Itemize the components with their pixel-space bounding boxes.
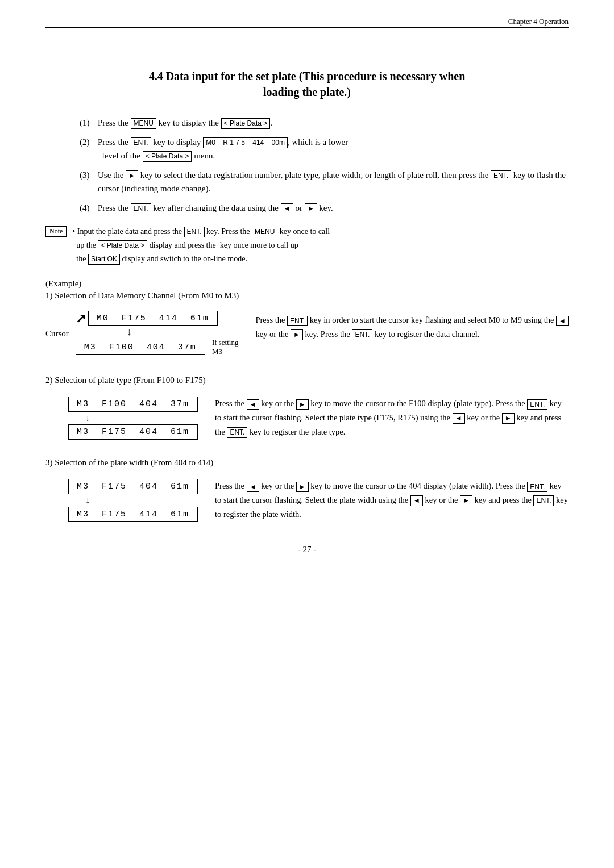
section2-diagram: M3 F100 404 37m ↓ M3 F175 404 61m [45, 394, 198, 440]
step-2: (2) Press the ENT. key to display M0 R 1… [80, 135, 569, 162]
step-2-content: Press the ENT. key to display M0 R 1 7 5… [98, 135, 569, 162]
note-label: Note [45, 226, 67, 237]
left-key-s4: ◄ [281, 203, 293, 214]
plate-data-note: < Plate Data > [98, 240, 147, 251]
plate-data-key: < Plate Data > [221, 118, 271, 129]
right-key-s2a: ► [296, 399, 309, 410]
display-top-s2: M3 F100 404 37m [68, 397, 198, 412]
left-key-s2b: ◄ [453, 413, 465, 424]
section1-heading: 1) Selection of Data Memory Channel (Fro… [45, 291, 569, 301]
diagonal-arrow: ↗ [76, 312, 86, 325]
display-s2: M0 R 1 7 5 414 00m [203, 137, 288, 148]
down-arrow-s1: ↓ [127, 326, 239, 338]
section1-diagram: Cursor ↗ M0 F175 414 61m ↓ M3 F100 404 3… [45, 311, 238, 357]
display-top-s1: M0 F175 414 61m [88, 311, 218, 326]
footer: - 27 - [45, 545, 569, 554]
ent-key-desc1b: ENT. [352, 329, 372, 340]
step-3-content: Use the ► key to select the data registr… [98, 168, 569, 195]
ent-key-s3b: ENT. [533, 495, 554, 506]
left-key-desc1: ◄ [556, 316, 569, 327]
section2-heading: 2) Selection of plate type (From F100 to… [45, 375, 569, 385]
menu-key-note: MENU [252, 227, 277, 237]
down-arrow-s2: ↓ [85, 413, 90, 423]
note-box: Note • Input the plate data and press th… [45, 225, 569, 265]
step-1-num: (1) [80, 116, 98, 130]
page: Chapter 4 Operation 4.4 Data input for t… [0, 0, 614, 600]
section3-description: Press the ◄ key or the ► key to move the… [215, 477, 569, 521]
ent-key-s2b: ENT. [227, 427, 247, 438]
plate-data-key-s2: < Plate Data > [143, 151, 192, 162]
start-ok-note: Start OK [88, 254, 120, 265]
step-1-content: Press the MENU key to display the < Plat… [98, 116, 569, 130]
step-3-num: (3) [80, 168, 98, 182]
chapter-label: Chapter 4 Operation [508, 17, 569, 26]
section1-block: Cursor ↗ M0 F175 414 61m ↓ M3 F100 404 3… [45, 311, 569, 357]
step-4: (4) Press the ENT. key after changing th… [80, 201, 569, 215]
display-bottom-s1: M3 F100 404 37m [76, 340, 205, 355]
step-4-num: (4) [80, 201, 98, 215]
step-4-content: Press the ENT. key after changing the da… [98, 201, 569, 215]
section3-heading: 3) Selection of the plate width (From 40… [45, 458, 569, 468]
section2-block: M3 F100 404 37m ↓ M3 F175 404 61m Press … [45, 394, 569, 440]
section3-col: M3 F175 404 61m ↓ M3 F175 414 61m [45, 477, 198, 522]
section1-description: Press the ENT. key in order to start the… [255, 311, 569, 341]
ent-key-s3: ENT. [491, 170, 511, 181]
example-section: (Example) 1) Selection of Data Memory Ch… [45, 279, 569, 522]
section2-description: Press the ◄ key or the ► key to move the… [215, 394, 569, 439]
steps-list: (1) Press the MENU key to display the < … [80, 116, 569, 215]
step-1: (1) Press the MENU key to display the < … [80, 116, 569, 130]
ent-key-note: ENT. [184, 227, 205, 237]
left-key-s2a: ◄ [247, 399, 259, 410]
ent-key-s2: ENT. [131, 137, 151, 148]
display-top-s3: M3 F175 404 61m [68, 479, 198, 494]
right-key-s4: ► [305, 203, 317, 214]
section3-diagram: M3 F175 404 61m ↓ M3 F175 414 61m [45, 477, 198, 522]
section-heading: 4.4 Data input for the set plate (This p… [45, 68, 569, 100]
right-key-desc1: ► [291, 329, 303, 340]
menu-key: MENU [131, 118, 156, 129]
down-arrow-s3: ↓ [85, 495, 90, 506]
left-key-s3a: ◄ [247, 482, 259, 493]
ent-key-s3a: ENT. [527, 482, 547, 493]
row-bottom-s1: M3 F100 404 37m If settingM3 [76, 338, 239, 356]
example-title: (Example) [45, 279, 569, 289]
left-key-s3b: ◄ [410, 495, 423, 506]
note-content: • Input the plate data and press the ENT… [72, 225, 330, 265]
right-key-s2b: ► [502, 413, 515, 424]
ent-key-s4: ENT. [131, 203, 151, 214]
step-2-num: (2) [80, 135, 98, 149]
ent-key-desc1: ENT. [287, 316, 308, 327]
step-3: (3) Use the ► key to select the data reg… [80, 168, 569, 195]
ent-key-s2a: ENT. [527, 399, 547, 410]
right-key-s3b: ► [460, 495, 472, 506]
display-bottom-s3: M3 F175 414 61m [68, 507, 198, 522]
right-key-s3a: ► [296, 482, 309, 493]
section2-col: M3 F100 404 37m ↓ M3 F175 404 61m [45, 394, 198, 440]
section3-block: M3 F175 404 61m ↓ M3 F175 414 61m Press … [45, 477, 569, 522]
header-line [45, 27, 569, 28]
display-bottom-s2: M3 F175 404 61m [68, 424, 198, 440]
page-number: - 27 - [298, 545, 317, 554]
right-key-s3: ► [126, 170, 138, 181]
cursor-label: Cursor [45, 329, 69, 339]
if-setting-s1: If settingM3 [212, 338, 239, 356]
